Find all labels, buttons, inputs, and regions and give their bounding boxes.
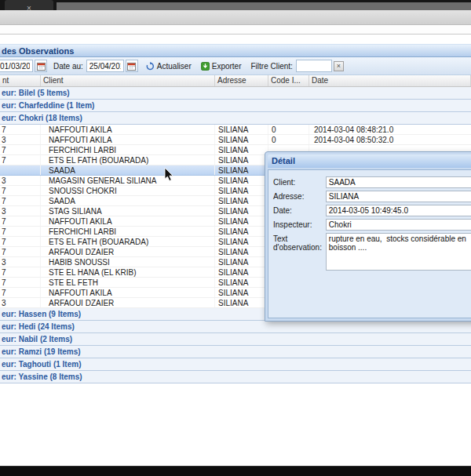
group-row[interactable]: eur: Ramzi (19 Items)	[0, 346, 471, 358]
cell-id: 7	[0, 247, 41, 256]
cell-id: 7	[0, 227, 41, 236]
browser-toolbar	[0, 10, 471, 25]
group-label: eur: Nabil (2 Items)	[2, 335, 72, 343]
cell-client: NAFFOUTI AKILA	[41, 216, 215, 226]
cell-id: 7	[0, 216, 41, 226]
adresse-field-label: Adresse:	[273, 191, 326, 202]
group-row[interactable]: eur: Chokri (18 Items)	[0, 112, 471, 125]
cell-id: 3	[0, 257, 41, 267]
date-to-label: Date au:	[53, 62, 83, 71]
taskbar-edge	[0, 466, 471, 476]
group-label: eur: Hassen (9 Items)	[2, 310, 81, 318]
cell-code: 0	[268, 135, 309, 144]
cell-id	[0, 165, 41, 175]
calendar-icon	[37, 62, 46, 71]
cell-id: 3	[0, 298, 41, 307]
column-header-id[interactable]: nt	[0, 75, 41, 86]
group-label: eur: Chokri (18 Items)	[2, 114, 82, 122]
cell-client: ETS EL FATH (BOUARADA)	[41, 237, 215, 246]
cell-client: SAADA	[41, 165, 215, 175]
cell-adresse: SILIANA	[215, 227, 268, 236]
table-row[interactable]: 3 NAFFOUTI AKILA SILIANA 0 2014-03-04 08…	[0, 135, 471, 145]
group-label: eur: Taghouti (1 Item)	[2, 360, 81, 369]
dialog-body: Client: Adresse: Date: Inspecteur: Text …	[268, 169, 471, 318]
cell-date: 2014-03-04 08:50:32.0	[309, 135, 471, 144]
filter-client-label: Filtre Client:	[251, 62, 293, 71]
inspecteur-field[interactable]	[326, 219, 471, 231]
client-field-label: Client:	[273, 176, 326, 188]
grid-header: nt Client Adresse Code I... Date	[0, 75, 471, 87]
cell-adresse: SILIANA	[215, 257, 268, 267]
group-row[interactable]: eur: Hedi (24 Items)	[0, 321, 471, 333]
cell-client: ARFAOUI DZAIER	[41, 247, 215, 256]
browser-tab-bar: ×	[0, 0, 471, 10]
cell-id: 7	[0, 267, 41, 277]
cell-id: 7	[0, 155, 41, 165]
cell-client: STAG SILIANA	[41, 206, 215, 216]
cell-client: NAFFOUTI AKILA	[41, 135, 215, 144]
group-row[interactable]: eur: Taghouti (1 Item)	[0, 358, 471, 371]
dialog-titlebar[interactable]: Détail	[268, 154, 471, 168]
cell-adresse: SILIANA	[215, 267, 268, 277]
cell-adresse: SILIANA	[215, 196, 268, 205]
cell-id: 7	[0, 278, 41, 287]
group-label: eur: Bilel (5 Items)	[2, 89, 70, 97]
client-field[interactable]	[326, 176, 471, 188]
date-from-input[interactable]	[0, 60, 33, 72]
cell-id: 7	[0, 145, 41, 154]
observation-field-label: Text d'observation:	[273, 233, 326, 271]
group-label: eur: Yassine (8 Items)	[2, 372, 82, 381]
cell-adresse: SILIANA	[215, 176, 268, 185]
filter-clear-button[interactable]: ×	[334, 61, 344, 71]
inspecteur-field-label: Inspecteur:	[273, 219, 326, 231]
export-label: Exporter	[212, 62, 242, 71]
cell-client: FERCHICHI LARBI	[41, 227, 215, 236]
date-to-input[interactable]	[86, 60, 124, 72]
screen: × des Observations Date au:	[0, 0, 471, 476]
cell-date: 2014-03-04 08:48:21.0	[309, 125, 471, 134]
adresse-field[interactable]	[326, 191, 471, 202]
cell-adresse: SILIANA	[215, 206, 268, 216]
cell-adresse: SILIANA	[215, 186, 268, 195]
export-button[interactable]: Exporter	[198, 60, 245, 72]
refresh-label: Actualiser	[157, 62, 192, 71]
date-field[interactable]	[326, 205, 471, 216]
calendar-to-button[interactable]	[126, 60, 138, 72]
cell-adresse: SILIANA	[215, 216, 268, 226]
group-label: eur: Ramzi (19 Items)	[2, 347, 81, 356]
cell-adresse: SILIANA	[215, 155, 268, 165]
group-label: eur: Charfeddine (1 Item)	[2, 101, 94, 110]
cell-id: 7	[0, 196, 41, 205]
filter-client-input[interactable]	[296, 60, 332, 72]
refresh-button[interactable]: Actualiser	[143, 60, 195, 72]
detail-dialog: Détail Client: Adresse: Date: Inspecteur…	[265, 151, 471, 322]
cell-adresse: SILIANA	[215, 125, 268, 134]
group-row[interactable]: eur: Yassine (8 Items)	[0, 371, 471, 383]
browser-tab[interactable]: ×	[5, 0, 53, 10]
address-bar[interactable]	[0, 25, 471, 35]
column-header-date[interactable]: Date	[309, 75, 471, 86]
cell-id: 3	[0, 206, 41, 216]
filter-toolbar: Date au: Actualiser	[0, 57, 471, 75]
column-header-adresse[interactable]: Adresse	[215, 75, 268, 86]
group-row[interactable]: eur: Charfeddine (1 Item)	[0, 100, 471, 112]
window-titlebar	[57, 2, 471, 10]
observation-textarea[interactable]: rupture en eau, stocks considérable en b…	[326, 233, 471, 271]
cell-id: 7	[0, 288, 41, 297]
column-header-client[interactable]: Client	[41, 75, 215, 86]
cell-client: NAFFOUTI AKILA	[41, 288, 215, 297]
group-row[interactable]: eur: Nabil (2 Items)	[0, 333, 471, 346]
group-row[interactable]: eur: Bilel (5 Items)	[0, 87, 471, 100]
table-row[interactable]: 7 NAFFOUTI AKILA SILIANA 0 2014-03-04 08…	[0, 125, 471, 135]
cell-id: 3	[0, 135, 41, 144]
refresh-icon	[146, 62, 155, 71]
cell-client: ETS EL FATH (BOUARADA)	[41, 155, 215, 165]
cell-client: SAADA	[41, 196, 215, 205]
cell-adresse: SILIANA	[215, 237, 268, 246]
group-label: eur: Hedi (24 Items)	[2, 322, 75, 331]
calendar-from-button[interactable]	[35, 60, 47, 72]
column-header-code[interactable]: Code I...	[268, 75, 309, 86]
calendar-icon	[127, 62, 136, 71]
export-icon	[201, 62, 210, 71]
cell-id: 7	[0, 186, 41, 195]
